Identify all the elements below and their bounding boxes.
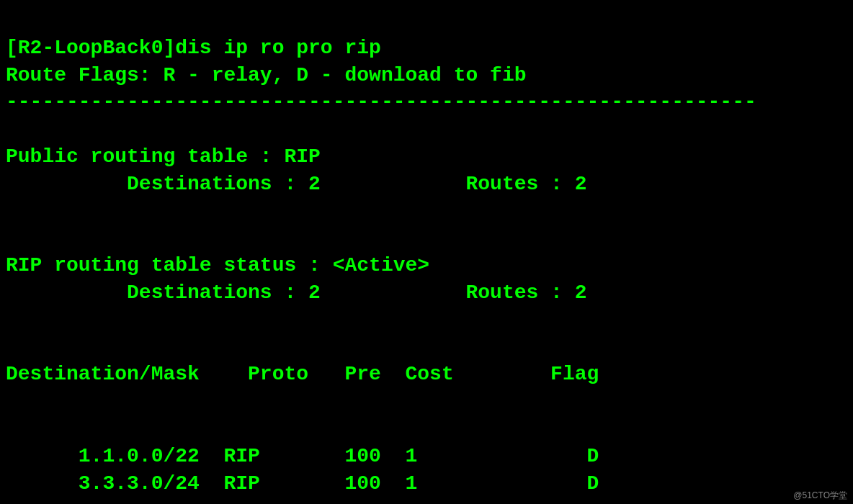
terminal-line-3 bbox=[6, 116, 847, 143]
terminal-line-11 bbox=[6, 334, 847, 361]
terminal-line-6 bbox=[6, 198, 847, 225]
terminal-line-10 bbox=[6, 307, 847, 334]
terminal-line-14 bbox=[6, 415, 847, 443]
terminal-line-16: 3.3.3.0/24 RIP 100 1 D bbox=[6, 470, 847, 498]
terminal-line-5: Destinations : 2 Routes : 2 bbox=[6, 171, 847, 198]
terminal-line-2: ----------------------------------------… bbox=[6, 89, 847, 116]
terminal-line-9: Destinations : 2 Routes : 2 bbox=[6, 279, 847, 307]
terminal-line-15: 1.1.0.0/22 RIP 100 1 D bbox=[6, 443, 847, 470]
watermark: @51CTO学堂 bbox=[793, 490, 847, 501]
terminal-line-8: RIP routing table status : <Active> bbox=[6, 252, 847, 279]
terminal-line-1: Route Flags: R - relay, D - download to … bbox=[6, 62, 847, 89]
terminal-line-4: Public routing table : RIP bbox=[6, 143, 847, 171]
terminal-line-12: Destination/Mask Proto Pre Cost Flag bbox=[6, 361, 847, 388]
terminal-line-0: [R2-LoopBack0]dis ip ro pro rip bbox=[6, 35, 847, 62]
terminal-line-13 bbox=[6, 388, 847, 415]
terminal-output: [R2-LoopBack0]dis ip ro pro ripRoute Fla… bbox=[0, 0, 853, 504]
terminal-line-7 bbox=[6, 225, 847, 252]
